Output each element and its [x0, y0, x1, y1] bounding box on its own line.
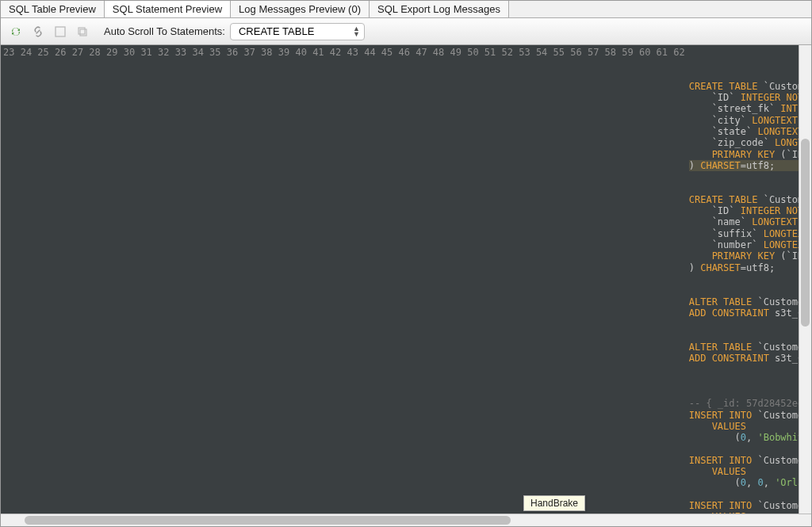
horizontal-scrollbar[interactable]: [1, 514, 811, 526]
tooltip: HandBrake: [523, 495, 585, 511]
copy-button[interactable]: [74, 23, 91, 40]
tab-bar: SQL Table Preview SQL Statement Preview …: [1, 1, 811, 18]
svg-rect-0: [56, 27, 65, 36]
refresh-button[interactable]: [7, 23, 25, 40]
line-number-gutter: 23 24 25 26 27 28 29 30 31 32 33 34 35 3…: [1, 45, 689, 514]
vertical-scrollbar[interactable]: [799, 45, 811, 514]
auto-scroll-select[interactable]: CREATE TABLE: [230, 23, 365, 40]
code-content: CREATE TABLE `Customers_address` ( `ID` …: [689, 81, 799, 514]
auto-scroll-label: Auto Scroll To Statements:: [104, 25, 225, 37]
tab-log-messages-preview[interactable]: Log Messages Preview (0): [231, 1, 370, 17]
tab-sql-export-log-messages[interactable]: SQL Export Log Messages: [370, 1, 509, 17]
tab-sql-statement-preview[interactable]: SQL Statement Preview: [105, 1, 231, 17]
svg-rect-1: [79, 28, 85, 34]
code-viewport[interactable]: CREATE TABLE `Customers_address` ( `ID` …: [689, 45, 799, 514]
toolbar: Auto Scroll To Statements: CREATE TABLE …: [1, 18, 811, 45]
code-editor[interactable]: 23 24 25 26 27 28 29 30 31 32 33 34 35 3…: [1, 45, 811, 514]
link-button[interactable]: [29, 23, 47, 40]
horizontal-scrollbar-thumb[interactable]: [25, 516, 511, 525]
empty-box-button[interactable]: [52, 23, 69, 40]
vertical-scrollbar-thumb[interactable]: [801, 139, 810, 326]
tab-sql-table-preview[interactable]: SQL Table Preview: [1, 1, 105, 17]
svg-rect-2: [80, 29, 86, 36]
